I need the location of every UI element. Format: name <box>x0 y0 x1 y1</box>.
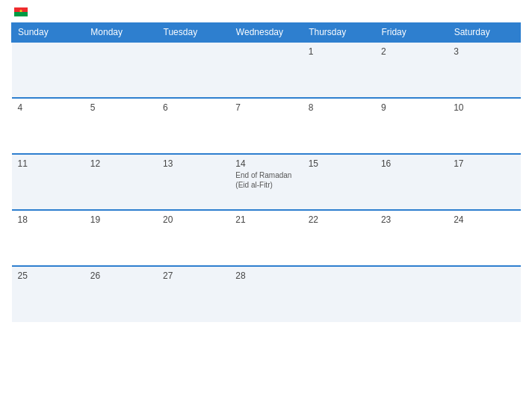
calendar-grid: SundayMondayTuesdayWednesdayThursdayFrid… <box>11 22 521 322</box>
day-number: 20 <box>163 214 223 225</box>
days-header-row: SundayMondayTuesdayWednesdayThursdayFrid… <box>12 23 521 43</box>
day-header-thursday: Thursday <box>303 23 375 43</box>
calendar-cell <box>84 42 157 98</box>
calendar-cell: 16 <box>375 154 448 210</box>
logo <box>13 7 28 16</box>
week-row: 45678910 <box>12 98 521 154</box>
day-number: 13 <box>163 158 223 169</box>
calendar-cell: 2 <box>375 42 448 98</box>
day-header-wednesday: Wednesday <box>229 23 302 43</box>
calendar-cell <box>303 266 375 322</box>
calendar-cell: 4 <box>12 98 84 154</box>
day-number: 6 <box>163 102 223 113</box>
day-number: 5 <box>90 102 151 113</box>
day-number: 9 <box>381 102 442 113</box>
calendar-cell: 3 <box>448 42 520 98</box>
calendar-cell: 23 <box>375 210 448 266</box>
day-number: 12 <box>90 158 151 169</box>
day-number: 22 <box>309 214 369 225</box>
calendar-cell: 15 <box>303 154 375 210</box>
calendar-cell: 28 <box>229 266 302 322</box>
calendar-cell: 20 <box>157 210 229 266</box>
week-row: 123 <box>12 42 521 98</box>
calendar-cell <box>229 42 302 98</box>
calendar-cell: 18 <box>12 210 84 266</box>
calendar-header <box>11 7 521 16</box>
day-number: 27 <box>163 271 223 281</box>
day-number: 14 <box>235 158 296 169</box>
calendar-cell: 7 <box>229 98 302 154</box>
day-number: 2 <box>381 46 442 57</box>
calendar-cell: 19 <box>84 210 157 266</box>
svg-rect-1 <box>14 12 28 16</box>
calendar-cell: 27 <box>157 266 229 322</box>
calendar-cell: 21 <box>229 210 302 266</box>
calendar-cell: 13 <box>157 154 229 210</box>
calendar-cell: 25 <box>12 266 84 322</box>
calendar-cell <box>375 266 448 322</box>
event-text: End of Ramadan (Eid al-Fitr) <box>235 170 296 190</box>
calendar-cell: 1 <box>303 42 375 98</box>
day-number: 1 <box>309 46 369 57</box>
day-number: 18 <box>18 214 78 225</box>
day-number: 21 <box>235 214 296 225</box>
calendar-cell: 11 <box>12 154 84 210</box>
day-number: 23 <box>381 214 442 225</box>
week-row: 18192021222324 <box>12 210 521 266</box>
calendar-container: SundayMondayTuesdayWednesdayThursdayFrid… <box>0 0 532 411</box>
day-header-saturday: Saturday <box>448 23 520 43</box>
day-number: 19 <box>90 214 151 225</box>
day-number: 10 <box>454 102 514 113</box>
day-number: 3 <box>454 46 514 57</box>
day-number: 28 <box>235 271 296 281</box>
day-header-tuesday: Tuesday <box>157 23 229 43</box>
calendar-cell: 22 <box>303 210 375 266</box>
calendar-cell: 24 <box>448 210 520 266</box>
calendar-cell: 9 <box>375 98 448 154</box>
calendar-cell: 12 <box>84 154 157 210</box>
day-number: 26 <box>90 271 151 281</box>
calendar-cell: 10 <box>448 98 520 154</box>
calendar-cell <box>157 42 229 98</box>
week-row: 25262728 <box>12 266 521 322</box>
calendar-cell <box>448 266 520 322</box>
day-number: 17 <box>454 158 514 169</box>
day-number: 15 <box>309 158 369 169</box>
day-number: 25 <box>18 271 78 281</box>
calendar-cell: 26 <box>84 266 157 322</box>
calendar-cell: 8 <box>303 98 375 154</box>
day-number: 4 <box>18 102 78 113</box>
calendar-cell: 14End of Ramadan (Eid al-Fitr) <box>229 154 302 210</box>
day-number: 16 <box>381 158 442 169</box>
day-header-monday: Monday <box>84 23 157 43</box>
logo-flag-icon <box>14 7 28 16</box>
day-header-friday: Friday <box>375 23 448 43</box>
calendar-cell <box>12 42 84 98</box>
calendar-cell: 6 <box>157 98 229 154</box>
calendar-cell: 5 <box>84 98 157 154</box>
week-row: 11121314End of Ramadan (Eid al-Fitr)1516… <box>12 154 521 210</box>
day-number: 11 <box>18 158 78 169</box>
day-number: 8 <box>309 102 369 113</box>
calendar-cell: 17 <box>448 154 520 210</box>
day-number: 7 <box>235 102 296 113</box>
day-number: 24 <box>454 214 514 225</box>
day-header-sunday: Sunday <box>12 23 84 43</box>
